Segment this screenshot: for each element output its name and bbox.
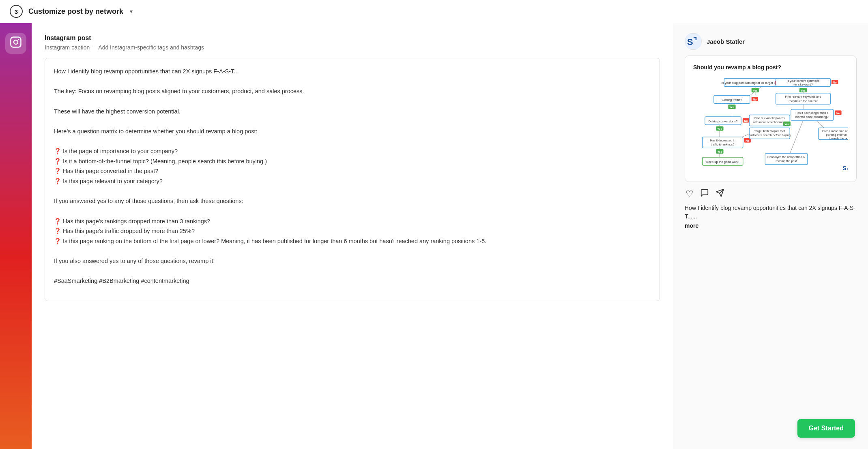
- svg-rect-0: [11, 37, 21, 47]
- svg-text:Getting traffic?: Getting traffic?: [722, 98, 742, 102]
- panel-title: Instagram post: [45, 34, 660, 42]
- flowchart-svg: Is your blog post ranking for its target…: [693, 76, 848, 172]
- share-icon[interactable]: [715, 188, 724, 200]
- top-header: 3 Customize post by network ▾: [0, 0, 868, 23]
- comment-icon[interactable]: [700, 188, 709, 200]
- svg-point-2: [18, 38, 19, 40]
- svg-text:reoptimize the content: reoptimize the content: [789, 99, 818, 103]
- svg-text:Yes: Yes: [753, 89, 758, 92]
- svg-text:pointing internal links: pointing internal links: [826, 133, 848, 137]
- svg-text:for a keyword?: for a keyword?: [793, 83, 813, 86]
- svg-text:Find relevant keywords: Find relevant keywords: [754, 116, 785, 120]
- svg-text:towards the post: towards the post: [829, 137, 848, 140]
- step-number: 3: [15, 8, 18, 15]
- svg-text:No: No: [753, 98, 756, 101]
- preview-panel: S Jacob Statler Should you revamp a blog…: [673, 23, 868, 449]
- svg-text:customers search before buying: customers search before buying: [749, 133, 791, 137]
- svg-text:Yes: Yes: [718, 150, 722, 153]
- svg-point-1: [14, 40, 18, 44]
- action-icons: ♡: [685, 188, 857, 200]
- insta-preview-header: S Jacob Statler: [685, 33, 857, 50]
- header-title: Customize post by network: [28, 7, 123, 16]
- left-sidebar: [0, 23, 32, 449]
- avatar: S: [685, 33, 702, 50]
- svg-text:Find relevant keywords and: Find relevant keywords and: [785, 95, 821, 98]
- insta-username: Jacob Statler: [707, 38, 745, 45]
- caption-short-text: How I identify blog revamp opportunities…: [685, 205, 855, 220]
- svg-text:revamp the post: revamp the post: [776, 159, 797, 163]
- svg-text:Yes: Yes: [730, 106, 735, 109]
- svg-text:S: S: [687, 37, 693, 47]
- svg-text:Has it decreased in: Has it decreased in: [710, 139, 735, 142]
- svg-text:No: No: [746, 139, 749, 142]
- svg-text:Give it more time and keep: Give it more time and keep: [822, 129, 848, 133]
- chevron-down-icon[interactable]: ▾: [130, 8, 133, 15]
- svg-text:with more search volume: with more search volume: [753, 120, 786, 124]
- svg-line-15: [789, 119, 804, 156]
- caption-text: How I identify blog revamp opportunities…: [685, 204, 857, 221]
- svg-text:Keep up the good work!: Keep up the good work!: [706, 160, 739, 164]
- flowchart-title: Should you revamp a blog post?: [693, 64, 848, 71]
- main-layout: Instagram post Instagram caption — Add I…: [0, 23, 868, 449]
- svg-text:Yes: Yes: [718, 128, 722, 130]
- content-area: Instagram post Instagram caption — Add I…: [32, 23, 868, 449]
- svg-text:months since publishing?: months since publishing?: [795, 115, 829, 119]
- svg-text:Yes: Yes: [784, 123, 789, 126]
- panel-subtitle: Instagram caption — Add Instagram-specif…: [45, 44, 660, 51]
- svg-text:Driving conversions?: Driving conversions?: [709, 120, 738, 123]
- get-started-button[interactable]: Get Started: [797, 419, 855, 438]
- svg-text:Target better topics that: Target better topics that: [754, 129, 785, 133]
- svg-text:Yes: Yes: [801, 89, 806, 92]
- svg-text:No: No: [833, 81, 837, 84]
- instagram-icon: [10, 36, 22, 51]
- svg-text:D: D: [845, 167, 848, 171]
- svg-text:No: No: [836, 112, 840, 115]
- heart-icon[interactable]: ♡: [685, 188, 694, 200]
- editor-panel: Instagram post Instagram caption — Add I…: [32, 23, 673, 449]
- svg-text:Has it been longer than 6: Has it been longer than 6: [795, 111, 828, 115]
- svg-text:Reanalyze the competition &: Reanalyze the competition &: [767, 155, 805, 159]
- step-badge: 3: [10, 5, 23, 18]
- get-started-label: Get Started: [809, 425, 844, 432]
- svg-text:Is your content optimized: Is your content optimized: [787, 79, 820, 83]
- instagram-caption-editor[interactable]: How I identify blog revamp opportunities…: [45, 58, 660, 301]
- flowchart-card: Should you revamp a blog post?: [685, 56, 857, 182]
- svg-text:traffic & rankings?: traffic & rankings?: [711, 143, 735, 146]
- instagram-sidebar-icon[interactable]: [5, 33, 26, 54]
- more-link[interactable]: more: [685, 222, 857, 229]
- svg-text:No: No: [744, 120, 748, 122]
